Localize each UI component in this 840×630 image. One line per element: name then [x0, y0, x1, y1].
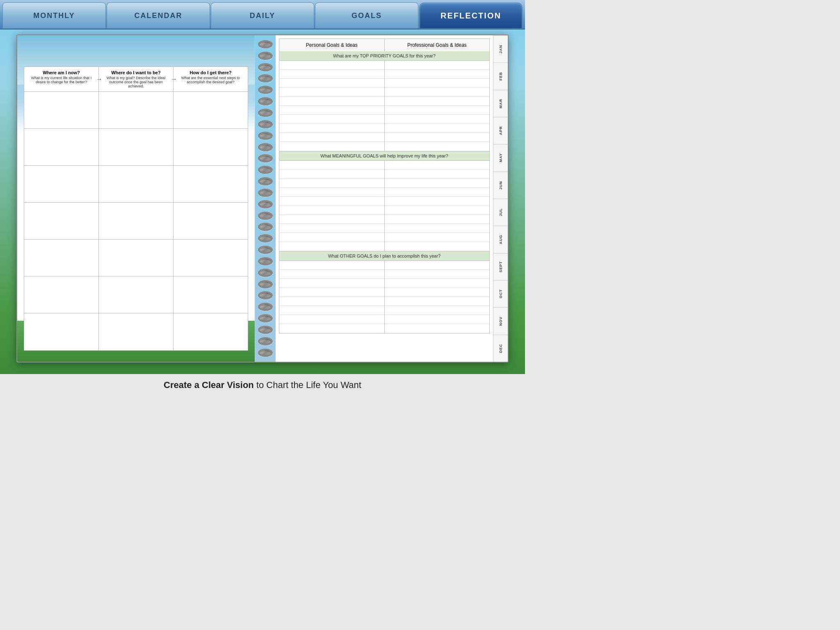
goal-line[interactable] [385, 306, 490, 315]
grid-cell[interactable] [173, 203, 248, 239]
goal-line[interactable] [279, 206, 384, 215]
grid-cell[interactable] [24, 166, 99, 202]
goal-line[interactable] [279, 97, 384, 106]
grid-cell[interactable] [99, 166, 173, 202]
goal-line[interactable] [279, 233, 384, 242]
goal-line[interactable] [279, 115, 384, 124]
goal-line[interactable] [279, 142, 384, 151]
grid-cell[interactable] [99, 129, 173, 165]
goal-line[interactable] [279, 161, 384, 170]
goal-line[interactable] [279, 315, 384, 324]
grid-cell[interactable] [99, 92, 173, 128]
grid-cell[interactable] [24, 203, 99, 239]
month-tab-nov[interactable]: NOV [493, 307, 508, 334]
goal-line[interactable] [385, 288, 490, 297]
goal-line[interactable] [385, 315, 490, 324]
goal-line[interactable] [385, 179, 490, 188]
goal-line[interactable] [385, 88, 490, 97]
grid-cell[interactable] [24, 129, 99, 165]
month-tab-jan[interactable]: JAN [493, 35, 508, 62]
meaningful-personal[interactable] [279, 161, 385, 251]
grid-cell[interactable] [24, 92, 99, 128]
goal-line[interactable] [385, 206, 490, 215]
goal-line[interactable] [279, 261, 384, 270]
goal-line[interactable] [279, 297, 384, 306]
month-tab-oct[interactable]: OCT [493, 280, 508, 307]
goal-line[interactable] [279, 124, 384, 133]
other-personal[interactable] [279, 261, 385, 333]
month-tab-apr[interactable]: APR [493, 117, 508, 144]
grid-cell[interactable] [173, 313, 248, 350]
goal-line[interactable] [385, 97, 490, 106]
grid-cell[interactable] [173, 276, 248, 313]
goal-line[interactable] [279, 197, 384, 206]
goal-line[interactable] [385, 188, 490, 197]
goal-line[interactable] [385, 70, 490, 79]
tab-calendar[interactable]: CALENDAR [107, 2, 210, 29]
goal-line[interactable] [279, 61, 384, 70]
month-tab-jun[interactable]: JUN [493, 171, 508, 199]
goal-line[interactable] [385, 106, 490, 115]
month-tab-mar[interactable]: MAR [493, 90, 508, 117]
month-tab-aug[interactable]: AUG [493, 226, 508, 253]
month-tab-sept[interactable]: SEPT [493, 253, 508, 280]
goal-line[interactable] [385, 161, 490, 170]
goal-line[interactable] [279, 179, 384, 188]
goal-line[interactable] [385, 261, 490, 270]
goal-line[interactable] [279, 88, 384, 97]
meaningful-professional[interactable] [385, 161, 490, 251]
other-professional[interactable] [385, 261, 490, 333]
goal-line[interactable] [279, 106, 384, 115]
goal-line[interactable] [385, 270, 490, 279]
tab-reflection[interactable]: REFLECTION [419, 2, 523, 29]
goal-line[interactable] [279, 242, 384, 251]
tab-daily[interactable]: DAILY [211, 2, 314, 29]
grid-cell[interactable] [24, 313, 99, 350]
goal-line[interactable] [279, 188, 384, 197]
grid-cell[interactable] [99, 276, 173, 313]
goal-line[interactable] [385, 142, 490, 151]
goal-line[interactable] [385, 279, 490, 288]
goal-line[interactable] [279, 224, 384, 233]
goal-line[interactable] [279, 215, 384, 224]
grid-cell[interactable] [99, 240, 173, 276]
grid-cell[interactable] [173, 166, 248, 202]
goal-line[interactable] [279, 270, 384, 279]
goal-line[interactable] [385, 133, 490, 142]
tab-monthly[interactable]: MONTHLY [2, 2, 106, 29]
month-tab-jul[interactable]: JUL [493, 199, 508, 226]
grid-cell[interactable] [173, 240, 248, 276]
goal-line[interactable] [385, 61, 490, 70]
goal-line[interactable] [385, 242, 490, 251]
goal-line[interactable] [385, 233, 490, 242]
top-priority-personal[interactable] [279, 61, 385, 151]
goal-line[interactable] [279, 170, 384, 179]
grid-cell[interactable] [173, 129, 248, 165]
month-tab-feb[interactable]: FEB [493, 62, 508, 89]
goal-line[interactable] [279, 133, 384, 142]
tab-goals[interactable]: GOALS [315, 2, 418, 29]
goal-line[interactable] [385, 215, 490, 224]
goal-line[interactable] [279, 79, 384, 88]
goal-line[interactable] [385, 115, 490, 124]
goal-line[interactable] [279, 306, 384, 315]
grid-cell[interactable] [24, 276, 99, 313]
goal-line[interactable] [279, 324, 384, 333]
goal-line[interactable] [279, 279, 384, 288]
goal-line[interactable] [385, 124, 490, 133]
goal-line[interactable] [279, 70, 384, 79]
goal-line[interactable] [385, 224, 490, 233]
goal-line[interactable] [385, 170, 490, 179]
goal-line[interactable] [279, 288, 384, 297]
grid-cell[interactable] [99, 203, 173, 239]
goal-line[interactable] [385, 197, 490, 206]
goal-line[interactable] [385, 297, 490, 306]
grid-cell[interactable] [24, 240, 99, 276]
goal-line[interactable] [385, 79, 490, 88]
goal-line[interactable] [385, 324, 490, 333]
grid-cell[interactable] [99, 313, 173, 350]
top-priority-professional[interactable] [385, 61, 490, 151]
month-tab-may[interactable]: MAY [493, 144, 508, 171]
month-tab-dec[interactable]: DEC [493, 335, 508, 362]
grid-cell[interactable] [173, 92, 248, 128]
